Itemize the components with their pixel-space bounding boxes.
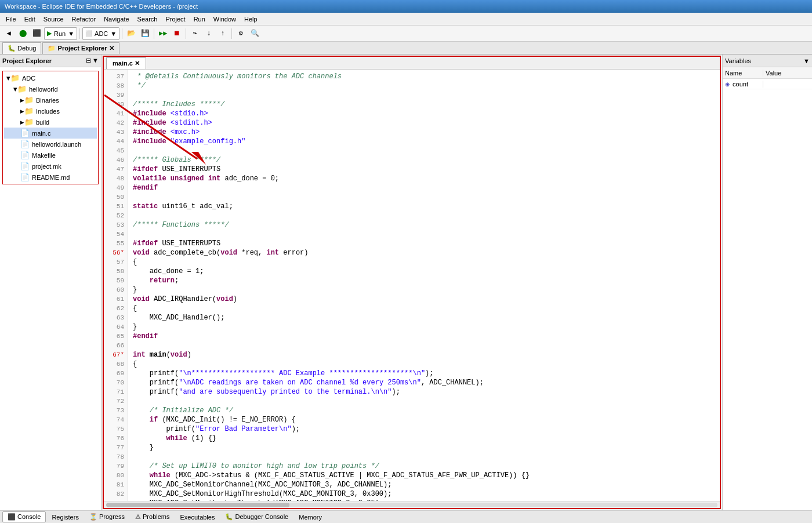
var-count-icon: ⊕ [725,81,730,88]
project-mk-icon: 📄 [20,162,30,170]
tree-item-helloworld[interactable]: ▾📁 helloworld [4,83,97,95]
toolbar-search[interactable]: 🔍 [248,27,261,40]
sidebar-menu-btn[interactable]: ▼ [92,57,99,64]
tree-item-binaries[interactable]: ▸📁 Binaries [4,95,97,106]
run-combo[interactable]: ▶ Run ▼ [44,27,77,40]
tree-item-launch[interactable]: 📄 helloworld.launch [4,139,97,150]
adc-dropdown-icon[interactable]: ▼ [110,30,117,37]
tab-executables[interactable]: Executables [176,513,220,522]
menu-source[interactable]: Source [40,14,67,24]
ln-64: 64 [104,322,128,332]
perspective-tabs: 🐛 Debug 📁 Project Explorer ✕ [0,42,812,55]
var-menu-icon[interactable]: ▼ [803,57,810,64]
tree-label-includes: Includes [36,108,60,115]
includes-icon: ▸📁 [20,107,34,115]
code-59: return; [133,276,715,285]
tab-progress[interactable]: ⏳ Progress [85,512,129,522]
toolbar-back-btn[interactable]: ◀ [2,27,15,40]
code-43: #include <mxc.h> [133,128,715,137]
code-container[interactable]: 37 38 39 40 41 42 43 44 45 46 47 48 49 5… [104,70,720,501]
ln-49: 49 [104,183,128,193]
var-table-header: Name Value [723,67,812,79]
editor-tab-bar: main.c ✕ [104,57,720,70]
toolbar-settings[interactable]: ⚙ [234,27,247,40]
tab-project-explorer[interactable]: 📁 Project Explorer ✕ [42,42,119,54]
menu-bar: File Edit Source Refactor Navigate Searc… [0,13,812,26]
tab-debug[interactable]: 🐛 Debug [2,42,41,54]
ln-62: 62 [104,304,128,313]
adc-icon: ⬜ [85,30,92,37]
debugger-console-icon: 🐛 [225,513,233,520]
menu-edit[interactable]: Edit [21,14,39,24]
separator-5 [231,28,232,39]
menu-run[interactable]: Run [190,14,209,24]
problems-icon: ⚠ [135,513,141,520]
tree-label-build: build [36,119,49,126]
ln-68: 68 [104,359,128,369]
tree-item-includes[interactable]: ▸📁 Includes [4,106,97,117]
code-45 [133,146,715,155]
makefile-icon: 📄 [20,151,30,159]
code-67: int main(void) [133,350,715,359]
toolbar-step-out[interactable]: ↑ [216,27,229,40]
tree-item-adc[interactable]: ▾📁 ADC [4,72,97,83]
tree-item-readme[interactable]: 📄 README.md [4,172,97,183]
ln-63: 63 [104,313,128,322]
code-75: printf("Error Bad Parameter\n"); [133,424,715,434]
toolbar-open-btn[interactable]: 📂 [125,27,137,40]
menu-navigate[interactable]: Navigate [100,14,132,24]
menu-window[interactable]: Window [210,14,240,24]
explorer-icon: 📁 [48,45,56,52]
toolbar-forward-btn[interactable]: ⬤ [16,27,29,40]
toolbar-step-over[interactable]: ↷ [188,27,201,40]
toolbar-step-in[interactable]: ↓ [202,27,215,40]
tab-memory[interactable]: Memory [294,513,327,522]
tab-debugger-console[interactable]: 🐛 Debugger Console [220,512,293,522]
ln-71: 71 [104,387,128,397]
ln-53: 53 [104,220,128,230]
menu-project[interactable]: Project [162,14,188,24]
tree-item-main-c[interactable]: 📄 main.c [4,128,97,139]
editor-area: main.c ✕ 37 38 39 40 41 42 43 44 45 46 4… [103,56,721,509]
file-tree-root-box: ▾📁 ADC ▾📁 helloworld ▸📁 Binaries ▸📁 Incl… [2,71,99,184]
code-63: MXC_ADC_Handler(); [133,313,715,322]
code-49: #endif [133,183,715,193]
menu-refactor[interactable]: Refactor [68,14,100,24]
toolbar-debug-stop[interactable]: ⏹ [171,27,183,40]
run-dropdown-icon[interactable]: ▼ [68,30,74,37]
sidebar-collapse-btn[interactable]: ⊟ [86,57,91,64]
adc-combo[interactable]: ⬜ ADC ▼ [82,27,119,40]
toolbar-save-btn[interactable]: 💾 [139,27,151,40]
code-44: #include "example_config.h" [133,137,715,146]
tree-item-makefile[interactable]: 📄 Makefile [4,150,97,161]
console-icon: ⬛ [8,513,16,520]
ln-38: 38 [104,81,128,90]
code-81: MXC_ADC_SetMonitorChannel(MXC_ADC_MONITO… [133,480,715,489]
code-55: #ifdef USE_INTERRUPTS [133,239,715,248]
menu-search[interactable]: Search [134,14,161,24]
menu-help[interactable]: Help [241,14,261,24]
code-51: static uint16_t adc_val; [133,202,715,211]
editor-tab-main-c[interactable]: main.c ✕ [106,57,146,69]
ln-69: 69 [104,369,128,378]
code-58: adc_done = 1; [133,267,715,276]
code-lines[interactable]: * @details Continuously monitors the ADC… [128,70,720,501]
tab-registers[interactable]: Registers [47,513,83,522]
code-62: { [133,304,715,313]
run-label: Run [54,30,66,37]
ln-56: 56* [104,248,128,257]
tree-item-project-mk[interactable]: 📄 project.mk [4,161,97,172]
code-79: /* Set up LIMIT0 to monitor high and low… [133,462,715,471]
toolbar-stop-btn[interactable]: ⬛ [30,27,43,40]
ln-40: 40 [104,100,128,109]
tree-item-build[interactable]: ▸📁 build [4,117,97,128]
code-53: /***** Functions *****/ [133,220,715,230]
sidebar-header: Project Explorer ⊟ ▼ [0,55,101,67]
code-52 [133,211,715,220]
menu-file[interactable]: File [2,14,20,24]
ln-59: 59 [104,276,128,285]
tab-problems[interactable]: ⚠ Problems [130,512,175,522]
toolbar-debug-start[interactable]: ▶▶ [157,27,169,40]
code-42: #include <stdint.h> [133,118,715,128]
tab-console[interactable]: ⬛ Console [2,511,46,522]
